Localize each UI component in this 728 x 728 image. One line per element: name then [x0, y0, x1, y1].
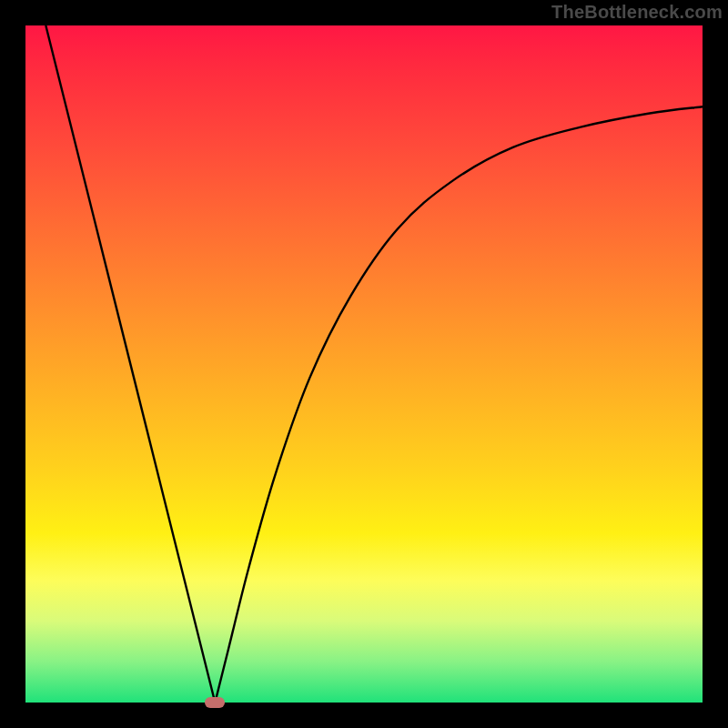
plot-area	[25, 25, 703, 703]
minimum-marker	[205, 697, 225, 708]
watermark-label: TheBottleneck.com	[551, 2, 723, 23]
curve-left-segment	[46, 25, 215, 703]
curve-right-segment	[215, 106, 703, 703]
chart-frame: TheBottleneck.com	[0, 0, 728, 728]
bottleneck-curve	[25, 25, 703, 703]
